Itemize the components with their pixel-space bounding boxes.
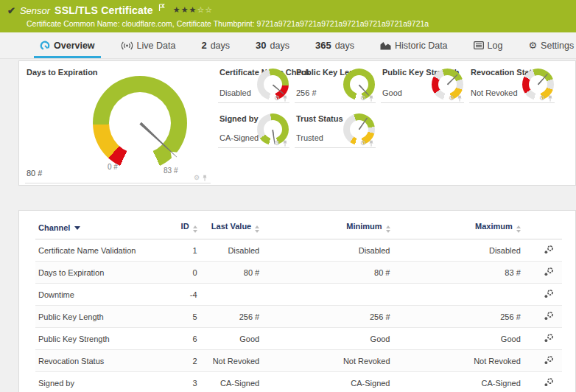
log-list-icon [474,41,484,49]
cell-last-value: CA-Signed [200,372,263,392]
sort-icon [255,225,259,233]
gauge-cell-public-key-length[interactable]: Public Key Length 256 # ⚙ [295,61,376,103]
tab-log[interactable]: Log [472,32,505,58]
pin-icon[interactable] [368,95,374,102]
tab-overview[interactable]: Overview [38,32,96,58]
gauge-icon [40,41,50,51]
tab-2-days[interactable]: 2days [200,32,231,58]
cell-channel: Downtime [35,284,160,306]
cell-id: 2 [160,350,200,372]
channel-settings-icon[interactable] [544,333,555,343]
cell-channel: Certificate Name Validation [35,239,160,262]
table-row[interactable]: Days to Expiration 0 80 # 80 # 83 # [35,262,562,284]
sort-icon [386,225,390,233]
channel-settings-icon[interactable] [544,289,555,298]
gauge-settings-gear-icon[interactable]: ⚙ [539,95,545,102]
cell-id: 5 [160,306,200,328]
tab-30-days[interactable]: 30days [254,32,291,58]
column-header-maximum[interactable]: Maximum [393,218,524,239]
gauge-value: Not Revoked [471,88,518,97]
table-row[interactable]: Revocation Status 2 Not Revoked Not Revo… [35,350,562,372]
column-header-id[interactable]: ID [160,218,200,239]
column-header-minimum[interactable]: Minimum [262,218,393,239]
pin-icon[interactable] [202,175,208,181]
gauge-value: Good [382,88,402,97]
gauge-value: 256 # [296,88,317,97]
gauge-value: 80 # [27,169,42,178]
sensor-title: SSL/TLS Certificate [55,4,153,16]
small-gauges-grid: Certificate Name Check Disabled ⚙Public … [218,61,569,185]
gauge-cell-certificate-name-check[interactable]: Certificate Name Check Disabled ⚙ [218,61,289,103]
gauge-settings-gear-icon[interactable]: ⚙ [449,95,454,102]
channel-settings-icon[interactable] [544,245,555,254]
cell-id: 6 [160,328,200,350]
gauge-cell-revocation-status[interactable]: Revocation Status Not Revoked ⚙ [469,61,555,103]
channels-panel: Channel ID Last Value Minimum Maximum Ce… [18,210,576,392]
gauge-cell-signed-by[interactable]: Signed by CA-Signed ⚙ [218,108,289,148]
gauge-title: Signed by [219,114,259,123]
sensor-kind-label: Sensor [20,5,50,16]
cell-last-value: Disabled [200,239,263,262]
cell-id: 3 [160,372,200,392]
gauge-title: Trust Status [296,114,343,123]
cell-channel: Days to Expiration [35,262,160,284]
channels-table: Channel ID Last Value Minimum Maximum Ce… [35,218,562,392]
cell-minimum: Disabled [262,239,393,262]
priority-stars[interactable]: ★★★☆☆ [173,5,213,15]
flag-icon[interactable] [158,1,166,15]
sort-icon [516,225,521,233]
gauge-value: Disabled [219,88,251,97]
table-row[interactable]: Signed by 3 CA-Signed CA-Signed CA-Signe… [35,372,562,392]
pin-icon[interactable] [457,95,463,102]
cell-last-value: 80 # [200,262,263,284]
channel-settings-icon[interactable] [544,267,555,276]
gear-icon: ⚙ [528,40,537,51]
cell-minimum: 80 # [262,262,393,284]
gauge-cell-public-key-strength[interactable]: Public Key Strength Good ⚙ [381,61,464,103]
days-to-expiration-gauge [93,76,187,170]
cell-channel: Public Key Length [35,306,160,328]
cell-channel: Signed by [35,372,160,392]
pin-icon[interactable] [547,95,553,102]
gauge-cell-trust-status[interactable]: Trust Status Trusted ⚙ [295,108,376,148]
tab-365-days[interactable]: 365days [314,32,356,58]
column-header-channel[interactable]: Channel [35,218,160,239]
gauge-value: Trusted [296,133,323,142]
cell-maximum: Good [393,328,524,350]
channel-settings-icon[interactable] [544,355,555,365]
table-row[interactable]: Public Key Length 5 256 # 256 # 256 # [35,306,562,328]
cell-channel: Revocation Status [35,350,160,372]
cell-last-value: 256 # [200,306,263,328]
cell-maximum: CA-Signed [393,372,524,392]
table-row[interactable]: Public Key Strength 6 Good Good Good [35,328,562,350]
cell-channel: Public Key Strength [35,328,160,350]
pin-icon[interactable] [282,95,288,102]
tab-live-data[interactable]: Live Data [119,32,178,58]
live-signal-icon [121,41,133,50]
cell-id: -4 [160,284,200,306]
gauge-value: CA-Signed [219,133,259,142]
tab-historic-data[interactable]: Historic Data [379,32,449,58]
cell-last-value: Not Revoked [200,350,263,372]
table-row[interactable]: Certificate Name Validation 1 Disabled D… [35,239,562,262]
gauge-settings-gear-icon[interactable]: ⚙ [194,175,200,181]
sensor-header: ✔ Sensor SSL/TLS Certificate ★★★☆☆ Certi… [0,0,576,32]
tab-settings[interactable]: ⚙ Settings [527,32,575,58]
gauge-cell-days-to-expiration[interactable]: Days to Expiration 0 # 83 # 80 # ⚙ [25,61,211,183]
status-ok-check-icon: ✔ [7,5,15,16]
column-header-last-value[interactable]: Last Value [200,218,263,239]
cell-minimum: Not Revoked [262,350,393,372]
channel-settings-icon[interactable] [544,311,555,321]
gauge-settings-gear-icon[interactable]: ⚙ [274,95,280,102]
pin-icon[interactable] [368,140,374,147]
channel-settings-icon[interactable] [544,377,555,387]
gauge-settings-gear-icon[interactable]: ⚙ [360,140,366,147]
pin-icon[interactable] [282,140,288,147]
gauge-settings-gear-icon[interactable]: ⚙ [274,140,280,147]
cell-id: 0 [160,262,200,284]
table-row[interactable]: Downtime -4 [35,284,562,306]
gauge-settings-gear-icon[interactable]: ⚙ [360,95,366,102]
cell-maximum: Disabled [393,239,524,262]
cell-minimum: 256 # [262,306,393,328]
gauge-scale-min: 0 # [108,163,118,171]
